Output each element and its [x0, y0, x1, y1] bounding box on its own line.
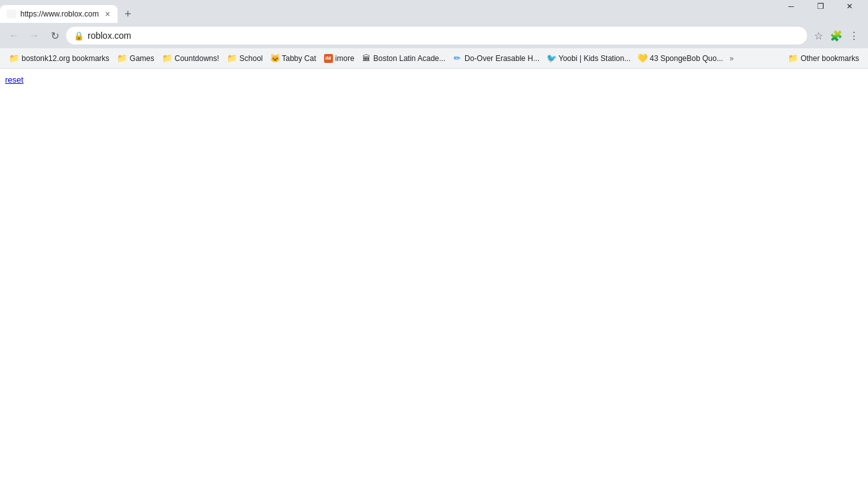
tab-close-button[interactable]: × [102, 9, 112, 19]
restore-button[interactable]: ❐ [806, 0, 835, 17]
yoobi-favicon: 🐦 [547, 54, 556, 63]
bookmark-label: bostonk12.org bookmarks [22, 54, 109, 63]
lock-icon: 🔒 [74, 31, 84, 41]
folder-icon: 📁 [227, 53, 237, 63]
minimize-button[interactable]: ─ [776, 0, 806, 17]
reload-button[interactable]: ↻ [46, 27, 64, 44]
bookmarks-right: 📁 Other bookmarks [784, 51, 863, 65]
url-text: roblox.com [88, 30, 131, 41]
address-bar[interactable]: 🔒 roblox.com [66, 27, 807, 44]
new-tab-button[interactable]: + [119, 5, 137, 23]
bookmark-label: Do-Over Erasable H... [465, 54, 539, 63]
bookmark-label: Countdowns! [175, 54, 219, 63]
bookmark-label: imore [336, 54, 355, 63]
browser-frame: 🎮 https://www.roblox.com × + ─ ❐ ✕ ← → ↻… [0, 0, 868, 69]
folder-icon: 📁 [9, 53, 19, 63]
bookmarks-bar: 📁 bostonk12.org bookmarks 📁 Games 📁 Coun… [0, 48, 868, 69]
spongebob-favicon: 💛 [638, 54, 647, 63]
bookmarks-more-button[interactable]: » [727, 52, 736, 65]
other-bookmarks-folder[interactable]: 📁 Other bookmarks [784, 51, 863, 65]
bookmark-label: 43 SpongeBob Quo... [649, 54, 722, 63]
bookmark-label: Yoobi | Kids Station... [559, 54, 630, 63]
address-bar-row: ← → ↻ 🔒 roblox.com ☆ 🧩 ⋮ [0, 23, 868, 48]
do-over-favicon: ✏ [453, 54, 462, 63]
back-button[interactable]: ← [5, 27, 23, 44]
close-button[interactable]: ✕ [835, 0, 864, 17]
star-button[interactable]: ☆ [810, 27, 827, 44]
bookmark-label: School [240, 54, 263, 63]
window-controls: ─ ❐ ✕ [776, 0, 868, 18]
folder-icon: 📁 [162, 53, 172, 63]
bookmark-imore[interactable]: iM imore [320, 51, 358, 66]
bookmark-do-over[interactable]: ✏ Do-Over Erasable H... [449, 51, 543, 66]
page-content: reset [0, 69, 868, 488]
tab-favicon: 🎮 [6, 9, 17, 19]
reset-link[interactable]: reset [5, 75, 24, 85]
bookmark-bostonk12[interactable]: 📁 bostonk12.org bookmarks [5, 51, 113, 66]
active-tab[interactable]: 🎮 https://www.roblox.com × [0, 5, 118, 23]
tab-title: https://www.roblox.com [20, 10, 98, 18]
tab-bar-row: 🎮 https://www.roblox.com × + ─ ❐ ✕ [0, 0, 868, 23]
boston-latin-favicon: 🏛 [362, 54, 371, 63]
extensions-button[interactable]: 🧩 [827, 27, 845, 44]
folder-icon: 📁 [117, 53, 127, 63]
bookmark-label: Tabby Cat [282, 54, 316, 63]
bookmark-tabby-cat[interactable]: 🐱 Tabby Cat [267, 51, 320, 66]
folder-icon: 📁 [788, 53, 798, 63]
bookmark-label: Boston Latin Acade... [374, 54, 445, 63]
other-bookmarks-label: Other bookmarks [801, 54, 859, 63]
forward-button[interactable]: → [25, 27, 43, 44]
bookmark-boston-latin[interactable]: 🏛 Boston Latin Acade... [358, 51, 449, 66]
tabby-cat-favicon: 🐱 [271, 54, 280, 63]
bookmark-label: Games [130, 54, 154, 63]
tab-bar: 🎮 https://www.roblox.com × + [0, 0, 776, 23]
bookmark-school[interactable]: 📁 School [223, 51, 267, 66]
address-bar-actions: ☆ 🧩 ⋮ [810, 27, 863, 44]
menu-button[interactable]: ⋮ [845, 27, 863, 44]
bookmark-countdowns[interactable]: 📁 Countdowns! [158, 51, 223, 66]
bookmark-yoobi[interactable]: 🐦 Yoobi | Kids Station... [543, 51, 634, 66]
imore-favicon: iM [324, 54, 333, 63]
bookmark-games[interactable]: 📁 Games [113, 51, 158, 66]
bookmark-spongebob[interactable]: 💛 43 SpongeBob Quo... [634, 51, 726, 66]
svg-rect-0 [7, 10, 16, 18]
